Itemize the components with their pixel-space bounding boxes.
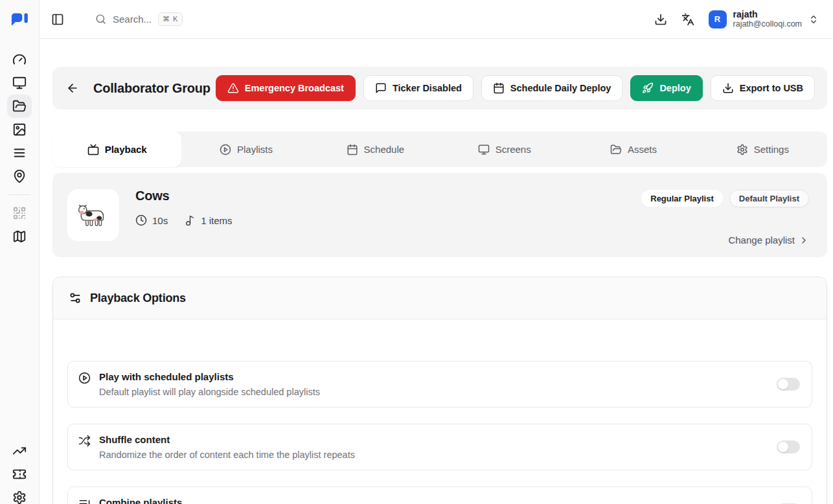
download-icon bbox=[722, 82, 734, 94]
sidebar-item-tickets[interactable] bbox=[7, 463, 32, 486]
schedule-daily-deploy-label: Schedule Daily Deploy bbox=[510, 83, 611, 93]
change-playlist-label: Change playlist bbox=[728, 235, 795, 246]
translate-icon bbox=[681, 13, 694, 26]
sidebar bbox=[0, 0, 40, 504]
option-texts: Play with scheduled playlists Default pl… bbox=[99, 371, 320, 397]
tab-settings[interactable]: Settings bbox=[698, 132, 827, 167]
arrow-left-icon bbox=[66, 82, 79, 95]
option-combine-playlists: Combine playlists bbox=[67, 487, 812, 504]
option-label: Combine playlists bbox=[99, 497, 182, 504]
tab-assets-label: Assets bbox=[628, 144, 657, 155]
user-menu[interactable]: R rajath rajath@colloqi.com bbox=[709, 9, 819, 29]
sidebar-item-assets[interactable] bbox=[7, 118, 32, 141]
option-label: Shuffle content bbox=[99, 434, 355, 445]
back-button[interactable] bbox=[61, 76, 84, 100]
playlist-name: Cows bbox=[135, 189, 233, 203]
download-icon bbox=[654, 13, 667, 26]
tab-playlists[interactable]: Playlists bbox=[181, 132, 310, 167]
sidebar-item-playlists[interactable] bbox=[7, 141, 32, 165]
calendar-icon bbox=[347, 144, 358, 155]
tv-icon bbox=[87, 144, 99, 155]
playlist-duration-value: 10s bbox=[152, 215, 168, 226]
deploy-label: Deploy bbox=[659, 83, 690, 93]
search-input[interactable]: Search... ⌘ K bbox=[95, 12, 183, 26]
calendar-icon bbox=[493, 82, 505, 94]
playback-options-title: Playback Options bbox=[90, 292, 186, 305]
playlist-badges: Regular Playlist Default Playlist bbox=[641, 190, 809, 207]
toggle-knob bbox=[778, 379, 788, 389]
sidebar-item-dashboard[interactable] bbox=[7, 48, 32, 71]
option-description: Default playlist will play alongside sch… bbox=[99, 387, 320, 397]
playlist-thumbnail bbox=[67, 189, 119, 241]
sliders-icon bbox=[69, 292, 82, 304]
playlist-item-count-value: 1 items bbox=[201, 215, 232, 226]
option-texts: Shuffle content Randomize the order of c… bbox=[99, 434, 355, 460]
language-button[interactable] bbox=[681, 13, 694, 26]
qr-code-icon bbox=[12, 206, 27, 220]
alert-triangle-icon bbox=[227, 82, 239, 94]
folder-open-icon bbox=[12, 99, 27, 113]
emergency-broadcast-button[interactable]: Emergency Broadcast bbox=[216, 75, 356, 101]
image-icon bbox=[12, 122, 27, 137]
user-meta: rajath rajath@colloqi.com bbox=[733, 9, 802, 29]
trending-up-icon bbox=[12, 444, 27, 458]
gear-icon bbox=[736, 144, 748, 155]
tab-schedule[interactable]: Schedule bbox=[311, 132, 440, 167]
topbar-right: R rajath rajath@colloqi.com bbox=[654, 9, 819, 29]
tab-schedule-label: Schedule bbox=[364, 144, 405, 155]
app-logo[interactable] bbox=[0, 0, 39, 39]
option-shuffle-content: Shuffle content Randomize the order of c… bbox=[67, 424, 812, 470]
sidebar-item-screens[interactable] bbox=[7, 71, 32, 95]
list-end-icon bbox=[78, 498, 91, 504]
toggle-knob bbox=[778, 442, 788, 452]
toggle-play-with-scheduled[interactable] bbox=[777, 378, 800, 391]
tab-settings-label: Settings bbox=[754, 144, 789, 155]
sidebar-nav bbox=[7, 48, 32, 248]
sidebar-item-map[interactable] bbox=[7, 225, 32, 248]
sidebar-item-groups[interactable] bbox=[7, 95, 32, 118]
tab-playback[interactable]: Playback bbox=[52, 132, 181, 167]
monitor-icon bbox=[12, 76, 27, 90]
export-to-usb-button[interactable]: Export to USB bbox=[711, 75, 815, 101]
tab-bar: Playback Playlists Schedule Screens Asse… bbox=[52, 132, 827, 167]
circle-play-icon bbox=[220, 144, 231, 155]
shuffle-icon bbox=[78, 435, 91, 447]
playback-options-body: Play with scheduled playlists Default pl… bbox=[53, 319, 827, 504]
topbar: Search... ⌘ K R rajath rajath@colloqi.co… bbox=[40, 0, 833, 39]
playlist-info: Cows 10s 1 items bbox=[135, 189, 233, 226]
clock-icon bbox=[135, 214, 147, 226]
tab-screens-label: Screens bbox=[496, 144, 531, 155]
sidebar-item-locations[interactable] bbox=[7, 165, 32, 188]
message-square-icon bbox=[375, 82, 387, 94]
tab-screens[interactable]: Screens bbox=[440, 132, 569, 167]
sidebar-toggle-button[interactable] bbox=[51, 13, 64, 26]
pi-logo-icon bbox=[11, 12, 29, 27]
panel-left-icon bbox=[51, 13, 64, 26]
deploy-button[interactable]: Deploy bbox=[630, 75, 702, 101]
export-to-usb-label: Export to USB bbox=[740, 83, 803, 93]
tab-playback-label: Playback bbox=[105, 144, 147, 155]
folder-open-icon bbox=[610, 144, 622, 155]
search-icon bbox=[95, 14, 106, 25]
emergency-broadcast-label: Emergency Broadcast bbox=[245, 83, 344, 93]
playlist-item-count: 1 items bbox=[185, 215, 232, 226]
schedule-daily-deploy-button[interactable]: Schedule Daily Deploy bbox=[481, 75, 623, 101]
change-playlist-link[interactable]: Change playlist bbox=[728, 235, 809, 246]
sidebar-item-qr-code[interactable] bbox=[7, 201, 32, 225]
sidebar-item-analytics[interactable] bbox=[7, 439, 32, 463]
circle-play-icon bbox=[78, 372, 91, 384]
rocket-icon bbox=[642, 82, 654, 94]
default-playlist-badge: Default Playlist bbox=[729, 190, 809, 207]
chevrons-up-down-icon bbox=[808, 14, 819, 25]
ticker-disabled-label: Ticker Disabled bbox=[393, 83, 462, 93]
option-description: Randomize the order of content each time… bbox=[99, 450, 355, 460]
playback-options-card: Playback Options Play with scheduled pla… bbox=[52, 277, 827, 504]
tab-assets[interactable]: Assets bbox=[569, 132, 698, 167]
search-shortcut: ⌘ K bbox=[158, 12, 183, 26]
tab-playlists-label: Playlists bbox=[237, 144, 273, 155]
ticker-disabled-button[interactable]: Ticker Disabled bbox=[363, 75, 474, 101]
sidebar-item-settings[interactable] bbox=[7, 486, 32, 504]
toggle-shuffle-content[interactable] bbox=[777, 441, 800, 453]
download-button[interactable] bbox=[654, 13, 667, 26]
page-header: Collaborator Group Emergency Broadcast T… bbox=[52, 67, 827, 109]
